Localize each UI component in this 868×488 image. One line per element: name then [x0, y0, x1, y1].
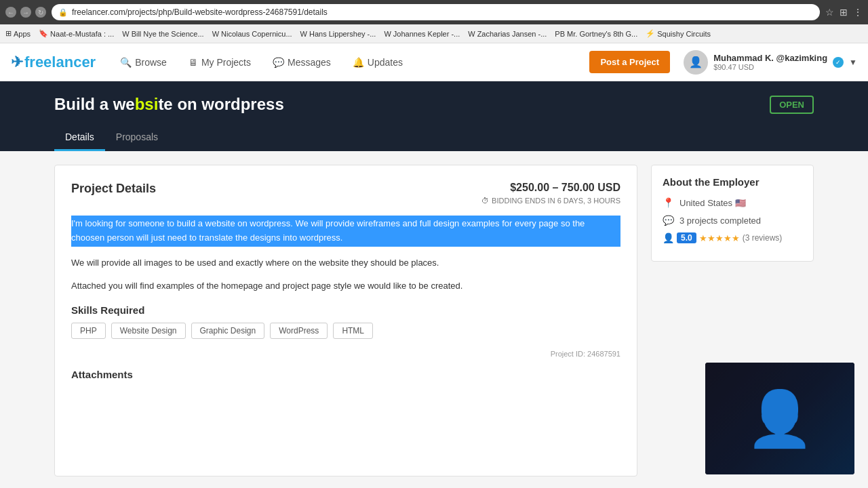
- bookmark-6[interactable]: WZacharias Jansen -...: [468, 30, 547, 38]
- bookmark-7[interactable]: PBMr. Gortney's 8th G...: [555, 30, 637, 38]
- stars: ★★★★★: [699, 233, 740, 243]
- updates-nav[interactable]: 🔔 Updates: [349, 57, 407, 68]
- skill-graphic-design[interactable]: Graphic Design: [191, 323, 265, 339]
- video-person-icon: 👤: [746, 387, 814, 451]
- employer-card-title: About the Employer: [663, 176, 802, 188]
- back-button[interactable]: ←: [5, 7, 16, 18]
- tab-proposals[interactable]: Proposals: [105, 125, 169, 151]
- employer-projects: 3 projects completed: [679, 216, 761, 226]
- my-projects-nav[interactable]: 🖥 My Projects: [184, 57, 255, 68]
- description-1: We will provide all images to be used an…: [71, 256, 620, 270]
- nav-bar: ✈ freelancer 🔍 Browse 🖥 My Projects 💬 Me…: [0, 43, 868, 81]
- budget-info: $250.00 – 750.00 USD ⏱ BIDDING ENDS IN 6…: [481, 182, 620, 205]
- employer-location: United States 🇺🇸: [679, 198, 746, 208]
- rating-badge: 5.0: [677, 232, 696, 243]
- logo-icon: ✈: [11, 54, 23, 71]
- bidding-ends: ⏱ BIDDING ENDS IN 6 DAYS, 3 HOURS: [481, 197, 620, 205]
- skill-wordpress[interactable]: WordPress: [270, 323, 328, 339]
- address-bar[interactable]: 🔒 freelancer.com/projects/php/Build-webs…: [52, 4, 820, 20]
- verified-badge: ✓: [833, 57, 844, 68]
- forward-button[interactable]: →: [20, 7, 31, 18]
- browser-chrome: ← → ↻ 🔒 freelancer.com/projects/php/Buil…: [0, 0, 868, 24]
- reviews-count: (3 reviews): [743, 233, 783, 243]
- bell-icon: 🔔: [353, 57, 364, 68]
- employer-projects-row: 💬 3 projects completed: [663, 215, 802, 226]
- refresh-button[interactable]: ↻: [35, 7, 46, 18]
- tab-details[interactable]: Details: [54, 125, 105, 151]
- extensions-icon[interactable]: ⊞: [840, 7, 848, 18]
- avatar: 👤: [684, 50, 708, 75]
- bookmark-3[interactable]: WNicolaus Copernicu...: [212, 30, 292, 38]
- video-overlay: 👤: [705, 363, 854, 474]
- description-2: Attached you will find examples of the h…: [71, 279, 620, 293]
- left-panel: Project Details $250.00 – 750.00 USD ⏱ B…: [54, 165, 637, 476]
- star-icon[interactable]: ☆: [825, 7, 834, 18]
- project-details-header: Project Details $250.00 – 750.00 USD ⏱ B…: [71, 182, 620, 205]
- bookmark-2[interactable]: WBill Nye the Science...: [122, 30, 203, 38]
- clock-icon: ⏱: [481, 197, 489, 205]
- bookmark-apps[interactable]: ⊞Apps: [5, 29, 31, 38]
- logo[interactable]: ✈ freelancer: [11, 54, 96, 71]
- bookmarks-bar: ⊞Apps 🔖Naat-e-Mustafa : ... WBill Nye th…: [0, 24, 868, 43]
- skill-php[interactable]: PHP: [71, 323, 106, 339]
- video-placeholder: 👤: [705, 363, 854, 474]
- projects-icon: 💬: [663, 215, 674, 226]
- messages-nav[interactable]: 💬 Messages: [269, 57, 335, 68]
- skill-website-design[interactable]: Website Design: [111, 323, 186, 339]
- browse-nav[interactable]: 🔍 Browse: [116, 57, 171, 68]
- messages-icon: 💬: [273, 57, 284, 68]
- project-tabs: Details Proposals: [54, 125, 814, 151]
- chevron-down-icon[interactable]: ▼: [849, 58, 857, 67]
- skills-list: PHP Website Design Graphic Design WordPr…: [71, 323, 620, 339]
- user-balance: $90.47 USD: [713, 63, 827, 71]
- post-project-button[interactable]: Post a Project: [589, 51, 670, 73]
- browser-actions: ☆ ⊞ ⋮: [825, 7, 863, 18]
- project-title-row: Build a website on wordpress OPEN: [54, 95, 814, 114]
- bookmark-8[interactable]: ⚡Squishy Circuits: [646, 29, 711, 38]
- bookmark-1[interactable]: 🔖Naat-e-Mustafa : ...: [39, 29, 114, 38]
- search-icon: 🔍: [120, 57, 132, 68]
- title-highlight: bsi: [135, 95, 159, 113]
- project-id: Project ID: 24687591: [71, 350, 620, 358]
- description-highlighted: I'm looking for someone to build a websi…: [71, 216, 620, 247]
- bookmark-5[interactable]: WJohannes Kepler -...: [384, 30, 460, 38]
- rating-person-icon: 👤: [663, 232, 674, 243]
- employer-location-row: 📍 United States 🇺🇸: [663, 197, 802, 208]
- bookmark-4[interactable]: WHans Lippershey -...: [300, 30, 376, 38]
- location-icon: 📍: [663, 197, 674, 208]
- project-header: Build a website on wordpress OPEN Detail…: [0, 81, 868, 151]
- menu-icon[interactable]: ⋮: [853, 7, 863, 18]
- budget-range: $250.00 – 750.00 USD: [481, 182, 620, 194]
- user-info: Muhammad K. @kazimking $90.47 USD: [713, 53, 827, 71]
- projects-icon: 🖥: [189, 57, 198, 68]
- open-badge: OPEN: [770, 96, 814, 114]
- skills-title: Skills Required: [71, 304, 620, 316]
- project-title: Build a website on wordpress: [54, 95, 284, 114]
- browser-controls: ← → ↻: [5, 7, 46, 18]
- user-area: 👤 Muhammad K. @kazimking $90.47 USD ✓ ▼: [684, 50, 857, 75]
- lock-icon: 🔒: [58, 8, 68, 17]
- employer-card: About the Employer 📍 United States 🇺🇸 💬 …: [651, 165, 814, 262]
- employer-rating-row: 👤 5.0 ★★★★★ (3 reviews): [663, 232, 802, 243]
- user-name: Muhammad K. @kazimking: [713, 53, 827, 63]
- skill-html[interactable]: HTML: [333, 323, 373, 339]
- url-text: freelancer.com/projects/php/Build-websit…: [72, 7, 328, 17]
- section-title: Project Details: [71, 182, 156, 196]
- attachments-title: Attachments: [71, 369, 620, 380]
